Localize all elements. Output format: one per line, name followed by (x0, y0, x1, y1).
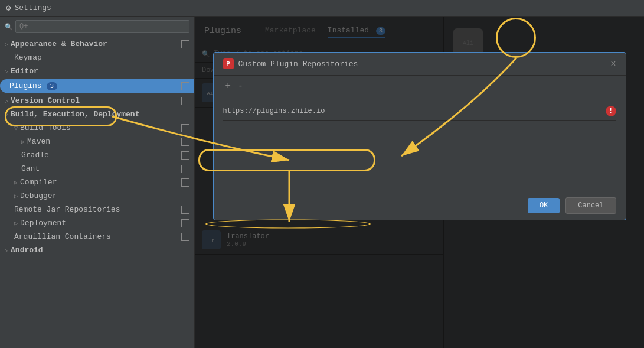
sidebar-search-input[interactable] (15, 20, 189, 33)
dialog-title-text: Custom Plugin Repositories (238, 60, 358, 69)
dialog-footer: OK Cancel (214, 191, 626, 220)
arrow-icon: ▷ (5, 247, 8, 254)
sidebar-item-editor[interactable]: ▷ Editor (0, 64, 194, 78)
arrow-icon: ▷ (14, 193, 18, 200)
sidebar-item-gant[interactable]: Gant (0, 162, 194, 175)
sidebar-item-plugins[interactable]: Plugins 3 (0, 79, 194, 93)
settings-icon (181, 97, 189, 105)
ok-button[interactable]: OK (528, 198, 560, 213)
settings-icon (181, 165, 189, 173)
sidebar-item-android[interactable]: ▷ Android (0, 243, 194, 257)
arrow-icon: ▷ (5, 68, 8, 75)
arrow-icon: ▽ (14, 125, 18, 132)
sidebar-item-arquillian[interactable]: Arquillian Containers (0, 230, 194, 243)
arrow-icon: ▽ (5, 111, 8, 118)
dialog-toolbar: + - (214, 76, 626, 96)
sidebar-item-version-control[interactable]: ▷ Version Control (0, 94, 194, 108)
settings-icon (181, 40, 189, 48)
arrow-icon: ▷ (21, 138, 25, 145)
dialog-title-icon: P (223, 58, 234, 69)
settings-icon (181, 178, 189, 187)
settings-icon (181, 82, 189, 90)
arrow-icon: ▷ (14, 220, 18, 227)
settings-icon (181, 124, 189, 132)
dialog-content: https://plugins.zhile.io ! (214, 96, 626, 191)
sidebar-item-build-execution[interactable]: ▽ Build, Execution, Deployment (0, 108, 194, 121)
dialog-title-bar: P Custom Plugin Repositories × (214, 53, 626, 76)
main-layout: 🔍 ▷ Appearance & Behavior Keymap ▷ Edito… (0, 17, 644, 348)
sidebar-item-gradle[interactable]: Gradle (0, 148, 194, 162)
sidebar: 🔍 ▷ Appearance & Behavior Keymap ▷ Edito… (0, 17, 195, 348)
search-icon: 🔍 (5, 23, 13, 31)
sidebar-item-build-tools[interactable]: ▽ Build Tools (0, 121, 194, 135)
app-icon: ⚙ (6, 3, 11, 13)
cancel-button[interactable]: Cancel (565, 197, 616, 214)
dialog-overlay: P Custom Plugin Repositories × + - https… (195, 17, 644, 348)
sidebar-item-remote-jar[interactable]: Remote Jar Repositories (0, 203, 194, 216)
sidebar-item-keymap[interactable]: Keymap (0, 51, 194, 64)
arrow-icon: ▷ (5, 97, 8, 105)
repo-row: https://plugins.zhile.io ! (223, 102, 616, 121)
plugins-badge: 3 (47, 82, 58, 90)
sidebar-item-deployment[interactable]: ▷ Deployment (0, 216, 194, 230)
sidebar-item-maven[interactable]: ▷ Maven (0, 135, 194, 148)
settings-icon (181, 219, 189, 227)
settings-icon (181, 206, 189, 214)
sidebar-search-bar: 🔍 (0, 17, 194, 37)
sidebar-item-debugger[interactable]: ▷ Debugger (0, 189, 194, 203)
settings-icon (181, 151, 189, 160)
window-title: Settings (14, 4, 51, 12)
error-icon: ! (606, 106, 616, 116)
arrow-icon: ▷ (5, 41, 8, 48)
arrow-icon: ▷ (14, 179, 18, 186)
custom-plugin-repositories-dialog: P Custom Plugin Repositories × + - https… (213, 52, 626, 220)
dialog-close-button[interactable]: × (610, 59, 616, 69)
sidebar-item-compiler[interactable]: ▷ Compiler (0, 175, 194, 189)
right-panel: Plugins Marketplace Installed 3 ⚙ 🔍 ⋮ Do… (195, 17, 644, 348)
repo-url: https://plugins.zhile.io (223, 107, 325, 115)
settings-icon (181, 233, 189, 241)
sidebar-item-appearance[interactable]: ▷ Appearance & Behavior (0, 37, 194, 51)
remove-repo-button[interactable]: - (237, 79, 244, 92)
title-bar: ⚙ Settings (0, 0, 644, 17)
settings-icon (181, 138, 189, 146)
add-repo-button[interactable]: + (223, 79, 233, 92)
